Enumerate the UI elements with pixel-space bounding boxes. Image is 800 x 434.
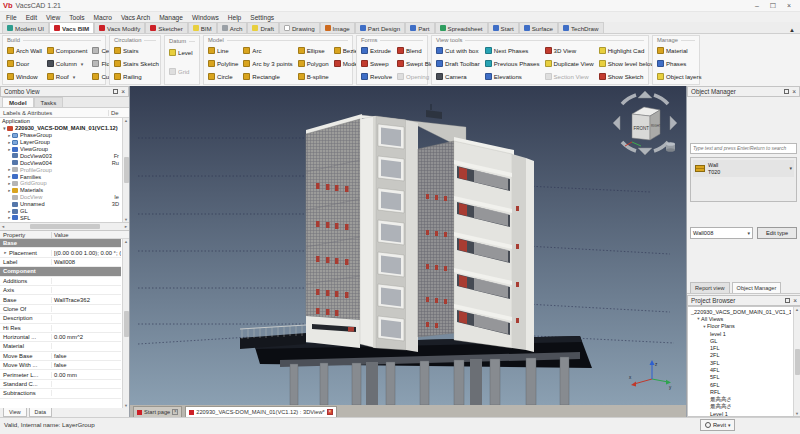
workbench-tab-arch[interactable]: Arch [217,22,248,33]
ribbon-button-roof[interactable]: Roof [47,70,88,83]
ribbon-button-circle[interactable]: Circle [208,70,238,83]
property-row-label[interactable]: LabelWall008 [0,258,121,267]
workbench-tab-vacs-bim[interactable]: Vacs BIM [49,22,94,33]
nav-down-arrow-icon[interactable] [638,148,652,155]
minimize-button[interactable]: – [749,0,765,11]
ribbon-button-stairs[interactable]: Stairs [114,44,159,57]
property-row-standard-code[interactable]: Standard C... [0,380,121,389]
ribbon-button-level[interactable]: Level [169,46,193,59]
ribbon-button-show-level-below[interactable]: Show level below [599,57,655,70]
navigation-cube[interactable]: FRONT RIGHT [608,90,682,160]
nav-rotate-right-icon[interactable] [654,95,668,104]
pb-item-2fl[interactable]: 2FL [690,352,791,359]
menu-item-vacs-arch[interactable]: Vacs Arch [121,14,150,21]
ribbon-button-door[interactable]: Door [7,57,42,70]
property-vertical-scrollbar[interactable]: ▲▼ [122,239,129,408]
pb-item-6fl[interactable]: 6FL [690,381,791,388]
ribbon-pin-icon[interactable]: ▲ [789,27,795,33]
menu-item-tools[interactable]: Tools [69,14,84,21]
tree-item-phasegroup[interactable]: ▸PhaseGroup [0,132,121,139]
ribbon-button-next-phases[interactable]: Next Phases [485,44,540,57]
workbench-tab-spreadsheet[interactable]: Spreadsheet [435,22,488,33]
ribbon-button-revolve[interactable]: Revolve [361,70,392,83]
ribbon-button-elevations[interactable]: Elevations [485,70,540,83]
workbench-tab-image[interactable]: Image [320,22,355,33]
property-row-subtractions[interactable]: Subtractions [0,389,121,398]
nav-rotate-icon[interactable] [654,142,668,151]
property-row-material[interactable]: Material [0,342,121,351]
ribbon-button-3d-view[interactable]: 3D View [545,44,594,57]
tab-object-manager[interactable]: Object Manager [732,282,782,293]
property-row-placement[interactable]: ▸Placement[(0.00 0.00 1.00); 0.00 °; (0.… [0,248,121,257]
ribbon-button-stairs-sketch[interactable]: Stairs Sketch [114,57,159,70]
float-panel-icon[interactable] [113,89,118,94]
chevron-down-icon[interactable]: ▾ [789,166,792,172]
close-tab-icon[interactable]: × [172,409,178,415]
pb-item-5fl[interactable]: 5FL [690,374,791,381]
object-type-item-wall-t020[interactable]: WallT020 ▾ [693,160,794,177]
document-tab-start-page[interactable]: Start page× [133,406,182,417]
property-row-hi-res[interactable]: Hi Res [0,324,121,333]
property-row-description[interactable]: Description [0,314,121,323]
expander-icon[interactable]: ▸ [3,250,8,255]
ribbon-button-cut-with-box[interactable]: Cut with box [436,44,480,57]
tab-data[interactable]: Data [29,408,52,417]
tab-report-view[interactable]: Report view [690,282,730,293]
ribbon-button-b-spline[interactable]: B-spline [298,70,329,83]
pb-item-all-views[interactable]: ▾All Views [690,315,791,322]
ribbon-button-component[interactable]: Component [47,44,88,57]
tree-item-docview004[interactable]: DocView004Ru [0,159,121,166]
pb-item-rfl[interactable]: RFL [690,388,791,395]
tree-item-gl[interactable]: ▸GL [0,208,121,215]
workbench-tab-start[interactable]: Start [488,22,519,33]
ribbon-button-camera[interactable]: Camera [436,70,480,83]
menu-item-view[interactable]: View [46,14,60,21]
menu-item-settings[interactable]: Settings [250,14,274,21]
menu-item-windows[interactable]: Windows [192,14,219,21]
object-search-input[interactable] [690,143,797,154]
menu-item-macro[interactable]: Macro [94,14,112,21]
edit-type-button[interactable]: Edit type [757,227,797,239]
scrollbar-thumb[interactable] [124,157,129,183]
pb-item-max-height-1[interactable]: 最高高さ [690,396,791,403]
ribbon-button-duplicate-view[interactable]: Duplicate View [545,57,594,70]
tree-item-docview003[interactable]: DocView003Fr [0,152,121,159]
ribbon-button-sweep[interactable]: Sweep [361,57,392,70]
nav-rotate-left-icon[interactable] [622,95,636,104]
scroll-up-icon[interactable]: ▲ [795,307,799,312]
ribbon-button-ellipse[interactable]: Ellipse [298,44,329,57]
pb-item-project[interactable]: _220930_VACS_DOM_MAIN_01_VC1_12_ [690,308,791,315]
property-row-horizontal-area[interactable]: Horizontal ...0.00 mm^2 [0,333,121,342]
tree-item-profilegroup[interactable]: ▸ProfileGroup [0,166,121,173]
tree-item-unnamed[interactable]: Unnamed3D [0,201,121,208]
workbench-tab-techdraw[interactable]: TechDraw [558,22,604,33]
scroll-down-icon[interactable]: ▼ [124,403,128,408]
close-panel-icon[interactable]: × [792,89,796,94]
tree-item-families[interactable]: ▸Families [0,173,121,180]
maximize-button[interactable]: ☐ [765,0,781,11]
tree-item-application[interactable]: Application [0,118,121,125]
pb-item-1fl[interactable]: 1FL [690,344,791,351]
3d-building-model[interactable] [130,86,686,405]
pb-item-level-1b[interactable]: Level 1 [690,410,791,417]
ribbon-button-material[interactable]: Material [657,44,702,57]
tree-item-viewgroup[interactable]: ▸ViewGroup [0,146,121,153]
close-panel-icon[interactable]: × [121,89,125,94]
tree-item-gridgroup[interactable]: ▸GridGroup [0,180,121,187]
tree-item-sfl[interactable]: ▸SFL [0,214,121,221]
ribbon-button-draft-toolbar[interactable]: Draft Toolbar [436,57,480,70]
3d-viewport[interactable]: FRONT RIGHT x y z [130,86,686,405]
scrollbar-thumb[interactable] [30,224,100,229]
ribbon-button-extrude[interactable]: Extrude [361,44,392,57]
float-panel-icon[interactable] [784,89,789,94]
close-button[interactable]: × [781,0,797,11]
workbench-tab-surface[interactable]: Surface [519,22,558,33]
property-row-perimeter[interactable]: Perimeter L...0.00 mm [0,370,121,379]
ribbon-button-line[interactable]: Line [208,44,238,57]
workbench-tab-part[interactable]: Part [405,22,434,33]
property-row-move-base[interactable]: Move Basefalse [0,352,121,361]
close-panel-icon[interactable]: × [793,298,797,303]
tab-tasks[interactable]: Tasks [34,97,64,107]
menu-item-file[interactable]: File [6,14,17,21]
ribbon-button-previous-phases[interactable]: Previous Phases [485,57,540,70]
